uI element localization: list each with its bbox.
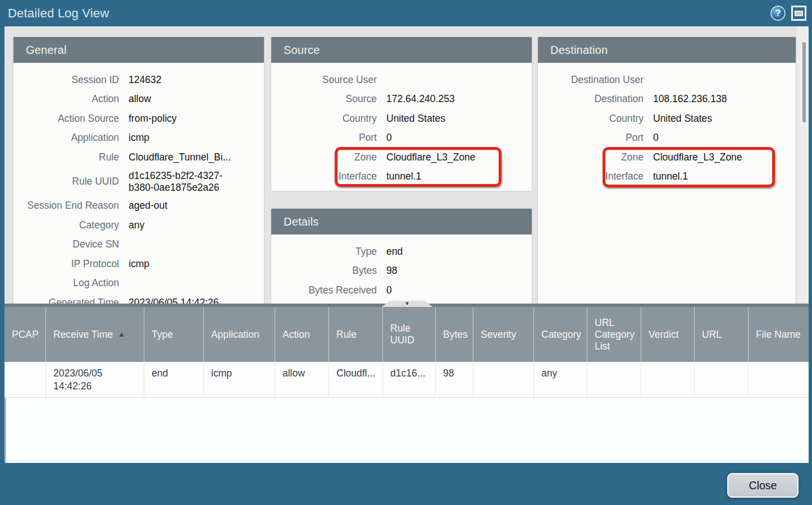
field-label: Action Source <box>13 113 129 125</box>
field-source-country: CountryUnited States <box>271 109 532 128</box>
field-label: Generated Time <box>13 297 129 304</box>
table-row[interactable]: 2023/06/05 14:42:26 end icmp allow Cloud… <box>4 362 809 398</box>
cell-application: icmp <box>204 362 275 397</box>
field-label: Rule UUID <box>13 176 129 187</box>
column-header-bytes[interactable]: Bytes <box>436 307 473 362</box>
field-label: Destination User <box>538 74 653 86</box>
cell-rule: Cloudfl... <box>329 362 383 397</box>
column-header-severity[interactable]: Severity <box>473 307 534 362</box>
field-value: United States <box>653 113 712 125</box>
field-value: icmp <box>129 258 149 270</box>
cell-action: allow <box>275 362 329 397</box>
cell-category: any <box>534 362 587 397</box>
help-glyph: ? <box>775 8 781 19</box>
column-header-application[interactable]: Application <box>204 307 275 362</box>
field-value: d1c16235-b2f2-4327-b380-0ae1875e2a26 <box>129 170 231 194</box>
vertical-scrollbar[interactable] <box>797 26 809 304</box>
field-source-user: Source User <box>271 70 532 90</box>
column-label: Type <box>152 329 173 341</box>
field-label: Interface <box>538 171 653 182</box>
field-value: Cloudflare_Tunnel_Bi... <box>129 152 231 163</box>
column-header-receive-time[interactable]: Receive Time▲ <box>46 307 144 362</box>
field-source-address: Source172.64.240.253 <box>271 90 532 109</box>
field-label: Port <box>271 132 386 144</box>
panel-destination: Destination Destination User Destination… <box>538 37 796 304</box>
field-destination-address: Destination108.162.236.138 <box>538 90 796 109</box>
window-restore-glyph <box>795 11 803 16</box>
cell-pcap <box>4 362 46 397</box>
cell-file-name <box>749 362 809 397</box>
column-label: Category <box>541 329 581 341</box>
column-label: Application <box>211 329 259 341</box>
column-header-rule-uuid[interactable]: Rule UUID <box>383 307 436 362</box>
field-type: Typeend <box>271 242 532 261</box>
column-label: Action <box>282 329 310 341</box>
field-rule: RuleCloudflare_Tunnel_Bi... <box>13 148 264 167</box>
close-button[interactable]: Close <box>727 473 799 498</box>
chevron-down-icon: ▼ <box>405 301 410 306</box>
column-header-pcap[interactable]: PCAP <box>4 307 46 362</box>
field-rule-uuid: Rule UUIDd1c16235-b2f2-4327-b380-0ae1875… <box>13 167 264 196</box>
splitter-collapse-handle[interactable]: ▼ <box>382 301 432 307</box>
field-value: 2023/06/05 14:42:26 <box>129 297 219 304</box>
field-action: Actionallow <box>13 90 264 109</box>
dialog-titlebar: Detailed Log View ? <box>0 0 812 26</box>
help-icon[interactable]: ? <box>770 6 786 21</box>
field-value: allow <box>129 93 151 105</box>
field-label: Zone <box>271 152 386 163</box>
field-label: Device SN <box>13 238 129 250</box>
field-label: Action <box>13 93 129 105</box>
field-value: United States <box>386 113 445 125</box>
cell-url-category-list <box>587 362 641 397</box>
column-label: Receive Time <box>53 329 113 341</box>
field-value: Cloudflare_L3_Zone <box>386 152 476 163</box>
column-label: Verdict <box>649 329 679 341</box>
field-value: from-policy <box>129 113 177 125</box>
field-label: Bytes Received <box>271 284 386 296</box>
field-category: Categoryany <box>13 215 264 235</box>
field-label: Bytes <box>271 265 386 277</box>
field-source-interface: Interfacetunnel.1 <box>271 167 532 187</box>
column-label: File Name <box>756 329 801 341</box>
field-value: aged-out <box>129 200 167 212</box>
vertical-scrollbar-thumb[interactable] <box>802 42 806 122</box>
column-header-verdict[interactable]: Verdict <box>641 307 695 362</box>
window-restore-icon[interactable] <box>791 6 806 21</box>
column-header-url[interactable]: URL <box>695 307 749 362</box>
field-source-port: Port0 <box>271 128 532 148</box>
column-header-action[interactable]: Action <box>275 307 329 362</box>
panel-details-title: Details <box>271 209 532 235</box>
field-label: Type <box>271 246 386 258</box>
field-value: any <box>129 219 144 231</box>
panel-general: General Session ID124632 Actionallow Act… <box>13 37 264 304</box>
field-label: Session ID <box>13 74 129 86</box>
field-label: Destination <box>538 93 653 105</box>
field-label: Application <box>13 132 129 144</box>
panel-source-title: Source <box>271 37 532 63</box>
field-value: 108.162.236.138 <box>653 93 727 105</box>
panel-destination-title: Destination <box>538 37 796 63</box>
column-label: Rule UUID <box>390 323 432 346</box>
log-detail-content: General Session ID124632 Actionallow Act… <box>4 26 809 304</box>
column-header-url-category-list[interactable]: URL Category List <box>587 307 641 362</box>
cell-severity <box>473 362 534 397</box>
field-label: IP Protocol <box>13 258 129 270</box>
field-destination-port: Port0 <box>538 128 796 148</box>
field-value: 0 <box>386 284 392 296</box>
sort-ascending-icon: ▲ <box>118 330 125 339</box>
field-value: end <box>386 246 403 258</box>
cell-bytes: 98 <box>436 362 473 397</box>
field-label: Source User <box>271 74 386 86</box>
column-header-category[interactable]: Category <box>534 307 587 362</box>
column-header-type[interactable]: Type <box>144 307 204 362</box>
column-label: URL Category List <box>595 317 637 352</box>
column-header-rule[interactable]: Rule <box>329 307 383 362</box>
column-label: Bytes <box>443 329 468 341</box>
column-label: URL <box>702 329 722 341</box>
column-header-file-name[interactable]: File Name <box>749 307 809 362</box>
field-value: tunnel.1 <box>386 171 421 182</box>
field-label: Country <box>271 113 386 125</box>
panel-details: Details Typeend Bytes98 Bytes Received0 <box>271 209 532 304</box>
field-value: Cloudflare_L3_Zone <box>653 152 742 163</box>
panel-general-title: General <box>13 37 264 63</box>
